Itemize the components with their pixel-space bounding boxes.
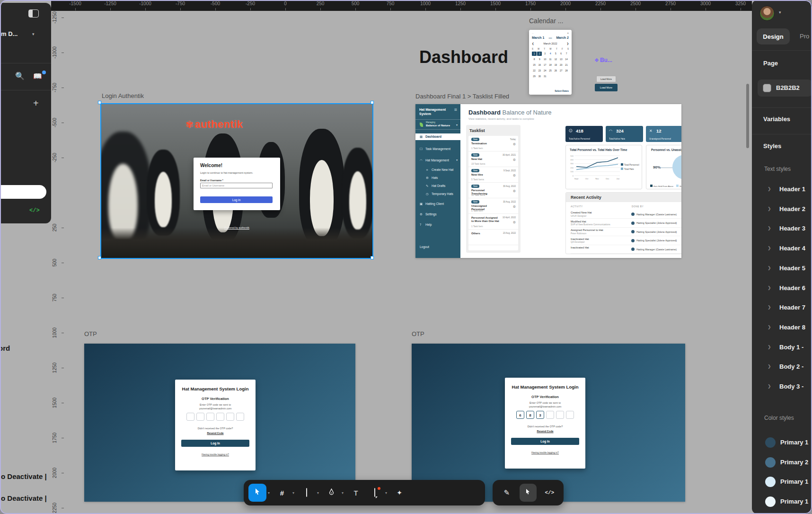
otp-frame-2[interactable]: Hat Management System LoginOTP Verificat… [412, 344, 685, 502]
move-tool[interactable]: ▾ [248, 484, 266, 502]
trouble-link[interactable]: Having trouble logging in? [175, 453, 256, 456]
chevron-down-icon[interactable]: ▾ [292, 491, 294, 495]
color-style-3[interactable]: Primary 1 [752, 496, 812, 508]
chevron-right-icon[interactable]: ❯ [768, 206, 771, 211]
frame-label-login[interactable]: Login Authentik [102, 92, 144, 99]
otp-digit-box[interactable] [566, 411, 574, 419]
calendar-day[interactable]: 4 [548, 52, 553, 56]
code-icon[interactable]: </> [29, 207, 40, 214]
calendar-day[interactable]: 6 [559, 52, 564, 56]
login-button[interactable]: Log in [200, 196, 273, 203]
text-style-header-1[interactable]: ❯Header 1 [752, 185, 812, 195]
component-label[interactable]: ❖Bu... [594, 57, 612, 63]
calendar-day[interactable]: 29 [532, 74, 537, 79]
tasklist-item[interactable]: NewUnassigned Personnel1 Task Item30 Aug… [468, 198, 518, 214]
close-icon[interactable]: × [567, 32, 569, 35]
sidebar-item-hat-drafts[interactable]: ✎Hat Drafts [415, 183, 460, 189]
chevron-down-icon[interactable]: ▾ [779, 10, 781, 15]
gear-icon[interactable]: ⚙ [513, 205, 516, 209]
code-tool[interactable]: </> [541, 484, 558, 502]
chevron-right-icon[interactable]: ❯ [768, 246, 771, 250]
calendar-day[interactable]: 31 [543, 74, 547, 79]
resend-code-link[interactable]: Resend Code [505, 430, 585, 433]
chevron-right-icon[interactable]: ❯ [566, 42, 569, 45]
tasklist-item[interactable]: NewTermination1 Task ItemToday⚙ [468, 136, 518, 151]
library-icon[interactable]: 📖 [33, 72, 42, 80]
chevron-down-icon[interactable]: ▾ [385, 491, 387, 495]
variables-section-heading[interactable]: Variables [763, 115, 790, 123]
chevron-down-icon[interactable]: ▾ [317, 491, 319, 495]
load-more-button[interactable]: Load More [596, 76, 616, 82]
selection-handle[interactable] [98, 101, 101, 104]
frame-label-dashboard-final[interactable]: Dashboard Final 1 > Tasklist Filled [415, 93, 509, 100]
sidebar-org-switcher[interactable]: Managing Balance of Nature ▾ [415, 119, 460, 130]
calendar-day[interactable]: 14 [564, 57, 569, 62]
calendar-day[interactable]: 22 [532, 69, 537, 73]
chevron-right-icon[interactable]: ❯ [768, 285, 771, 290]
text-style-body-3-[interactable]: ❯Body 3 - [752, 382, 812, 392]
sidebar-toggle-icon[interactable] [28, 9, 39, 18]
text-style-header-3[interactable]: ❯Header 3 [752, 224, 812, 234]
tab-prototype[interactable]: Pro [800, 33, 809, 40]
dashboard-frame[interactable]: Hat Management System ☰ Managing Balance… [415, 104, 681, 258]
calendar-day[interactable]: 7 [564, 52, 569, 56]
actions-tool[interactable]: ✦ [390, 484, 408, 502]
login-authentik-frame[interactable]: ✾authentik Welcome! Login to continue to… [101, 104, 372, 258]
gear-icon[interactable]: ⚙ [513, 174, 516, 177]
otp-digit-box[interactable] [226, 413, 234, 421]
gear-icon[interactable]: ⚙ [513, 221, 516, 224]
chevron-right-icon[interactable]: ❯ [768, 305, 771, 310]
search-icon[interactable]: 🔍 [15, 71, 25, 80]
text-style-header-4[interactable]: ❯Header 4 [752, 244, 812, 254]
otp-digit-box[interactable] [206, 413, 214, 421]
calendar-day[interactable]: 30 [537, 74, 542, 79]
chevron-down-icon[interactable]: ▾ [342, 491, 344, 495]
chevron-right-icon[interactable]: ❯ [768, 226, 771, 230]
calendar-day[interactable]: 26 [553, 69, 558, 73]
canvas-title-dashboard[interactable]: Dashboard [419, 47, 508, 67]
color-style-2[interactable]: Primary 1 [752, 476, 812, 488]
sidebar-item-hatting-client[interactable]: ▣Hatting Client [415, 201, 460, 207]
calendar-day[interactable]: 5 [553, 52, 558, 56]
tasklist-item[interactable]: Others23 Aug, 2022 [468, 230, 518, 245]
text-style-header-6[interactable]: ❯Header 6 [752, 284, 812, 294]
calendar-day[interactable]: 15 [532, 63, 537, 67]
resend-code-link[interactable]: Resend Code [175, 432, 256, 434]
activity-row[interactable]: Inactivated HatHatting Manager (Cassie L… [571, 245, 681, 254]
calendar-day[interactable]: 27 [559, 69, 564, 73]
frame-label-otp-2[interactable]: OTP [412, 330, 424, 337]
calendar-frame[interactable]: ...× March 1—March 2 ❮March 2022❯ SMTWTF… [529, 30, 572, 95]
selection-handle[interactable] [98, 256, 101, 259]
tasklist-item[interactable]: NewNew Hire5 Task Items9 Sept, 2022⚙ [468, 167, 518, 183]
activity-row[interactable]: Modified HatSVP of New Business Communic… [571, 219, 681, 228]
selection-handle[interactable] [371, 101, 374, 104]
color-style-1[interactable]: Primary 2 [752, 456, 812, 469]
otp-login-button[interactable]: Log In [511, 438, 579, 445]
calendar-day[interactable]: 3 [543, 52, 547, 56]
activity-row[interactable]: Assigned Personnel to HatPeter RobinsonH… [571, 228, 681, 236]
page-color-swatch[interactable] [763, 84, 771, 92]
sidebar-collapse-icon[interactable]: ☰ [454, 108, 457, 112]
chevron-right-icon[interactable]: ❯ [768, 345, 771, 349]
calendar-day[interactable]: 13 [559, 57, 564, 62]
frame-label-otp-1[interactable]: OTP [84, 330, 97, 337]
chevron-right-icon[interactable]: ❯ [768, 325, 771, 329]
selection-handle[interactable] [371, 256, 374, 259]
calendar-day[interactable]: 8 [532, 57, 537, 62]
text-style-header-2[interactable]: ❯Header 2 [752, 204, 812, 215]
sidebar-item-create-new-hat[interactable]: +Create New Hat [415, 167, 460, 173]
text-style-header-8[interactable]: ❯Header 8 [752, 323, 812, 333]
calendar-day[interactable]: 1 [532, 52, 537, 56]
calendar-day[interactable]: 16 [537, 63, 542, 67]
calendar-day[interactable]: 10 [543, 57, 547, 62]
frame-tool[interactable]: #▾ [273, 484, 291, 502]
sidebar-item-help[interactable]: ?Help [415, 222, 460, 228]
chevron-right-icon[interactable]: ❯ [768, 364, 771, 369]
chevron-right-icon[interactable]: ❯ [768, 384, 771, 389]
comment-tool[interactable]: ▾ [366, 484, 384, 502]
color-style-0[interactable]: Primary 1 [752, 436, 812, 449]
powered-by-link[interactable]: Powered by authentik [101, 226, 372, 229]
otp-digit-box[interactable]: 6 [516, 411, 524, 419]
sidebar-item-hat-management[interactable]: ◠Hat Management▾ [415, 157, 460, 164]
otp-digit-box[interactable] [196, 413, 204, 421]
